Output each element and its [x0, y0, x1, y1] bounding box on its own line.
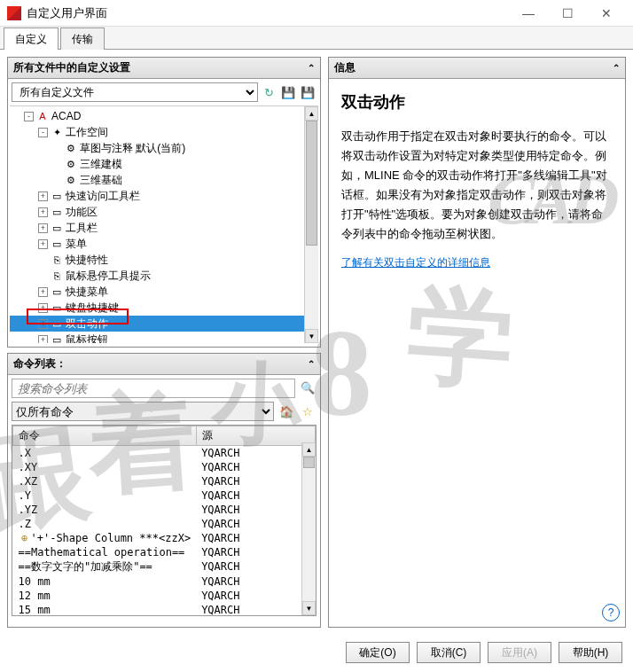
command-source: YQARCH: [196, 531, 315, 545]
tab-transfer[interactable]: 传输: [60, 27, 105, 50]
command-name: .X: [19, 447, 31, 459]
tree-item[interactable]: -✦工作空间: [10, 124, 318, 140]
refresh-icon[interactable]: ↻: [260, 83, 277, 101]
command-source: YQARCH: [196, 545, 315, 559]
tree-node-icon: ▭: [50, 333, 64, 343]
minimize-button[interactable]: —: [509, 1, 548, 26]
scroll-down-button[interactable]: ▼: [305, 329, 318, 343]
command-filter-select[interactable]: 仅所有命令: [12, 402, 274, 421]
tree-node-icon: ▭: [50, 285, 64, 298]
info-link[interactable]: 了解有关双击自定义的详细信息: [341, 256, 490, 269]
table-row[interactable]: 10 mmYQARCH: [13, 574, 316, 589]
rollup-icon[interactable]: ⌃: [308, 63, 315, 73]
customization-file-select[interactable]: 所有自定义文件: [12, 82, 258, 102]
tree-item[interactable]: +▭菜单: [10, 236, 318, 252]
customization-tree[interactable]: -AACAD-✦工作空间⚙草图与注释 默认(当前)⚙三维建模⚙三维基础+▭快速访…: [10, 105, 318, 343]
tree-node-label: 草图与注释 默认(当前): [80, 141, 185, 156]
table-row[interactable]: ⊕'+'-Shape Column ***<zzX>YQARCH: [13, 531, 316, 545]
info-body: 双击动作用于指定在双击对象时要执行的命令。可以将双击动作设置为对特定对象类型使用…: [341, 127, 613, 245]
context-help-icon[interactable]: ?: [602, 604, 620, 621]
command-source: YQARCH: [196, 446, 315, 460]
tree-expand-icon[interactable]: +: [38, 303, 48, 313]
tree-item[interactable]: +▭工具栏: [10, 220, 318, 236]
help-button[interactable]: 帮助(H): [559, 642, 622, 663]
tree-item[interactable]: ⎘快捷特性: [10, 252, 318, 268]
tree-item[interactable]: +▭鼠标按钮: [10, 332, 318, 343]
star-icon[interactable]: ☆: [299, 402, 316, 420]
command-name: ==Mathematical operation==: [19, 546, 185, 559]
favorite-icon[interactable]: 🏠: [277, 402, 295, 420]
tree-item[interactable]: +▭快速访问工具栏: [10, 188, 318, 204]
tree-node-icon: ⚙: [64, 174, 78, 186]
maximize-button[interactable]: ☐: [548, 1, 587, 26]
tree-node-label: 菜单: [66, 237, 87, 252]
command-table[interactable]: 命令 源 .XYQARCH.XYYQARCH.XZYQARCH.YYQARCH.…: [12, 425, 316, 616]
tree-item[interactable]: ⚙草图与注释 默认(当前): [10, 140, 318, 156]
command-source: YQARCH: [196, 460, 315, 474]
tree-expand-icon[interactable]: +: [38, 319, 48, 329]
command-name: .XZ: [19, 475, 38, 488]
save-icon[interactable]: 💾: [279, 83, 297, 101]
column-command[interactable]: 命令: [13, 426, 197, 446]
tree-expand-icon[interactable]: +: [38, 223, 48, 233]
tree-node-label: 快捷特性: [66, 253, 108, 268]
tree-expand-icon[interactable]: +: [38, 287, 48, 297]
table-row[interactable]: 15 mmYQARCH: [13, 603, 316, 617]
tree-item[interactable]: +▭双击动作: [10, 316, 318, 332]
rollup-icon[interactable]: ⌃: [308, 359, 315, 369]
tree-node-label: 双击动作: [66, 316, 108, 332]
close-button[interactable]: ✕: [587, 1, 626, 26]
tree-item[interactable]: ⚙三维建模: [10, 156, 318, 172]
table-row[interactable]: .XYQARCH: [13, 446, 316, 460]
scroll-down-button[interactable]: ▼: [302, 601, 316, 615]
tree-item[interactable]: +▭功能区: [10, 204, 318, 220]
table-row[interactable]: ==Mathematical operation==YQARCH: [13, 545, 316, 559]
table-row[interactable]: ==数字文字的"加减乘除"==YQARCH: [13, 559, 316, 574]
window-title: 自定义用户界面: [27, 5, 509, 21]
command-list-title: 命令列表：: [13, 356, 66, 371]
tree-node-label: 鼠标按钮: [66, 332, 108, 344]
save-all-icon[interactable]: 💾: [299, 83, 316, 101]
search-icon[interactable]: 🔍: [299, 379, 316, 396]
tree-expand-icon[interactable]: -: [38, 128, 48, 137]
tree-node-label: ACAD: [51, 110, 81, 122]
tree-item[interactable]: +▭键盘快捷键: [10, 300, 318, 316]
ok-button[interactable]: 确定(O): [346, 642, 410, 663]
table-row[interactable]: .XYYQARCH: [13, 460, 316, 474]
tree-node-icon: ⎘: [50, 254, 64, 266]
command-source: YQARCH: [196, 589, 315, 603]
rollup-icon[interactable]: ⌃: [613, 63, 620, 73]
scroll-up-button[interactable]: ▲: [305, 106, 318, 121]
info-heading: 双击动作: [341, 91, 613, 113]
table-row[interactable]: .ZYQARCH: [13, 517, 316, 531]
column-source[interactable]: 源: [196, 426, 315, 446]
command-name: .YZ: [19, 504, 38, 516]
table-row[interactable]: 12 mmYQARCH: [13, 589, 316, 603]
tree-expand-icon[interactable]: -: [24, 112, 34, 121]
table-row[interactable]: .YYQARCH: [13, 488, 316, 503]
cancel-button[interactable]: 取消(C): [417, 642, 481, 663]
tab-customize[interactable]: 自定义: [4, 27, 59, 50]
tree-item[interactable]: -AACAD: [10, 108, 318, 124]
command-search-input[interactable]: [12, 379, 295, 398]
scroll-up-button[interactable]: ▲: [302, 442, 316, 457]
tree-node-icon: ▭: [50, 238, 64, 250]
tree-expand-icon[interactable]: +: [38, 335, 48, 344]
tree-item[interactable]: ⎘鼠标悬停工具提示: [10, 268, 318, 284]
tree-node-label: 鼠标悬停工具提示: [66, 269, 151, 284]
apply-button[interactable]: 应用(A): [488, 642, 551, 663]
tree-expand-icon[interactable]: +: [38, 191, 48, 201]
tree-expand-icon[interactable]: +: [38, 207, 48, 217]
tree-item[interactable]: ⚙三维基础: [10, 172, 318, 188]
command-name: ==数字文字的"加减乘除"==: [19, 560, 152, 573]
table-row[interactable]: .XZYQARCH: [13, 474, 316, 488]
tree-node-label: 功能区: [66, 205, 98, 220]
tree-expand-icon[interactable]: +: [38, 239, 48, 249]
command-source: YQARCH: [196, 474, 315, 488]
table-row[interactable]: .YZYQARCH: [13, 503, 316, 517]
command-source: YQARCH: [196, 559, 315, 574]
customization-panel-title: 所有文件中的自定义设置: [13, 60, 130, 75]
command-source: YQARCH: [196, 603, 315, 617]
tree-item[interactable]: +▭快捷菜单: [10, 284, 318, 300]
tree-node-icon: ▭: [50, 317, 64, 330]
